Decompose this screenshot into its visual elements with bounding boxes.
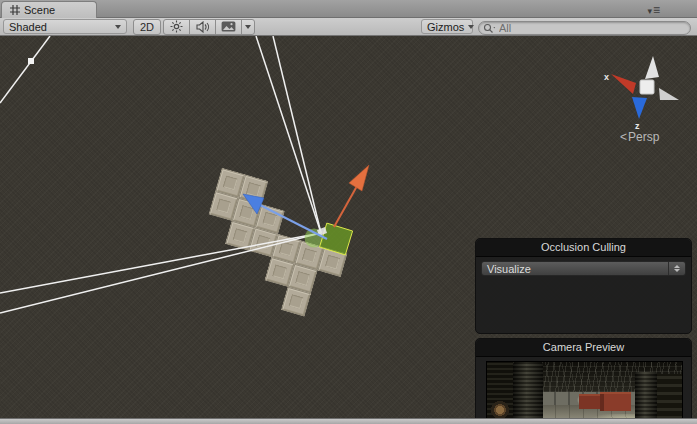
effects-dropdown-arrow[interactable] bbox=[241, 19, 255, 35]
image-icon bbox=[221, 21, 236, 32]
chevron-down-icon bbox=[115, 25, 121, 29]
preview-crate bbox=[579, 394, 600, 409]
chevron-down-icon bbox=[245, 25, 251, 29]
preview-machinery bbox=[487, 362, 513, 418]
preview-pillar bbox=[635, 372, 657, 418]
move-arrow-blue-head[interactable] bbox=[243, 194, 264, 214]
preview-crate bbox=[600, 392, 631, 411]
axis-cone[interactable] bbox=[659, 88, 679, 100]
search-input[interactable] bbox=[499, 22, 669, 34]
draw-mode-label: Shaded bbox=[9, 21, 47, 33]
preview-shelves bbox=[657, 374, 682, 418]
scene-tab[interactable]: Scene bbox=[1, 1, 97, 18]
speaker-icon bbox=[196, 21, 210, 33]
search-icon bbox=[483, 23, 497, 34]
camera-preview-title[interactable]: Camera Preview bbox=[476, 339, 691, 357]
gizmos-label: Gizmos bbox=[427, 21, 464, 33]
gizmos-dropdown[interactable]: Gizmos bbox=[421, 19, 473, 34]
audio-toggle-button[interactable] bbox=[189, 19, 216, 35]
grid-icon bbox=[10, 5, 20, 15]
visualize-dropdown[interactable]: Visualize bbox=[481, 261, 686, 276]
volume-line bbox=[0, 36, 50, 103]
search-field[interactable] bbox=[478, 21, 691, 35]
frustum-line bbox=[256, 36, 321, 233]
sun-icon bbox=[170, 20, 183, 33]
axis-x-label: x bbox=[604, 72, 609, 82]
portal-point bbox=[28, 58, 34, 64]
view-option-buttons bbox=[163, 19, 255, 35]
move-arrow-orange-shaft[interactable] bbox=[334, 186, 357, 227]
occlusion-culling-panel: Occlusion Culling Visualize Camera Volum… bbox=[475, 238, 692, 334]
orientation-gizmo[interactable]: x z bbox=[604, 56, 679, 131]
move-arrow-orange-head[interactable] bbox=[349, 165, 369, 191]
draw-mode-dropdown[interactable]: Shaded bbox=[3, 19, 127, 34]
frustum-line bbox=[0, 233, 321, 313]
updown-arrows-icon bbox=[668, 262, 680, 275]
camera-preview-panel: Camera Preview bbox=[475, 338, 692, 418]
frustum-line bbox=[0, 233, 321, 293]
window-menu-icon[interactable]: ▾≡ bbox=[647, 3, 661, 17]
camera-preview-image bbox=[486, 361, 683, 418]
2d-label: 2D bbox=[140, 21, 154, 33]
window-edge bbox=[0, 418, 697, 424]
axis-z-cone[interactable] bbox=[632, 97, 647, 119]
occlusion-panel-title[interactable]: Occlusion Culling bbox=[476, 239, 691, 257]
axis-center-cube[interactable] bbox=[640, 80, 654, 94]
lighting-toggle-button[interactable] bbox=[163, 19, 190, 35]
2d-toggle-button[interactable]: 2D bbox=[133, 19, 161, 35]
preview-pillar bbox=[513, 362, 543, 418]
visualize-label: Visualize bbox=[487, 263, 531, 275]
axis-y-cone[interactable] bbox=[645, 56, 659, 79]
axis-x-cone[interactable] bbox=[611, 74, 636, 94]
chevron-down-icon bbox=[468, 25, 474, 29]
scene-toolbar: Shaded 2D bbox=[0, 18, 697, 36]
effects-toggle-button[interactable] bbox=[215, 19, 242, 35]
scene-tab-label: Scene bbox=[24, 4, 55, 16]
tab-strip: Scene ▾≡ bbox=[0, 0, 697, 18]
persp-arrow-icon: < bbox=[620, 130, 628, 144]
frustum-line bbox=[273, 36, 321, 233]
perspective-toggle[interactable]: < Persp bbox=[620, 130, 659, 144]
persp-label: Persp bbox=[628, 130, 659, 144]
scene-viewport[interactable]: x z < Persp Occlusion Culling Visualize … bbox=[0, 36, 697, 418]
